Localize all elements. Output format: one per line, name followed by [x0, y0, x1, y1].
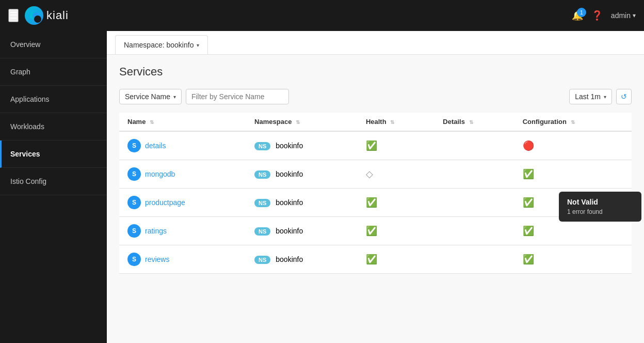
refresh-button[interactable]: ↺ [616, 89, 632, 104]
service-link-productpage[interactable]: productpage [145, 198, 185, 207]
namespace-value: bookinfo [276, 170, 303, 178]
health-ok-icon: ✅ [366, 197, 377, 208]
toolbar: Service Name ▾ Last 1m ▾ ↺ [119, 89, 632, 104]
col-configuration[interactable]: Configuration ⇅ [514, 113, 632, 131]
table-header-row: Name ⇅ Namespace ⇅ Health ⇅ Details ⇅ Co… [119, 113, 632, 131]
sort-icon-configuration: ⇅ [571, 119, 575, 125]
service-type-badge: S [127, 253, 141, 266]
namespace-chevron: ▾ [197, 42, 199, 48]
sidebar-item-graph[interactable]: Graph [0, 58, 107, 86]
namespace-type-badge: NS [254, 142, 270, 150]
config-ok-icon: ✅ [523, 169, 534, 179]
health-ok-icon: ✅ [366, 226, 377, 236]
user-menu-chevron: ▾ [633, 12, 636, 19]
logo-icon [25, 6, 43, 25]
details-tooltip: Not Valid 1 error found [559, 192, 641, 222]
sidebar-item-applications[interactable]: Applications [0, 86, 107, 113]
logo: kiali [25, 6, 69, 25]
namespace-value: bookinfo [276, 198, 303, 207]
table-row: S details NS bookinfo ✅ 🔴 [119, 131, 632, 160]
time-range-label: Last 1m [575, 92, 601, 101]
namespace-tab[interactable]: Namespace: bookinfo ▾ [115, 35, 208, 54]
service-link-details[interactable]: details [145, 142, 166, 150]
health-ok-icon: ✅ [366, 141, 377, 151]
logo-text: kiali [46, 9, 69, 22]
namespace-value: bookinfo [276, 255, 303, 263]
time-range-dropdown[interactable]: Last 1m ▾ [569, 89, 612, 104]
health-ok-icon: ✅ [366, 254, 377, 264]
filter-type-label: Service Name [125, 92, 170, 101]
sort-icon-name: ⇅ [150, 119, 154, 125]
col-namespace[interactable]: Namespace ⇅ [246, 113, 358, 131]
service-type-badge: S [127, 196, 141, 209]
table-row: S mongodb NS bookinfo ◇ ✅ [119, 160, 632, 189]
col-details[interactable]: Details ⇅ [434, 113, 514, 131]
service-type-badge: S [127, 167, 141, 181]
tooltip-title: Not Valid [567, 198, 633, 206]
page-title: Services [119, 65, 632, 79]
service-type-badge: S [127, 224, 141, 238]
service-link-ratings[interactable]: ratings [145, 227, 167, 235]
sidebar-item-workloads[interactable]: Workloads [0, 113, 107, 141]
sidebar-item-istio-config[interactable]: Istio Config [0, 168, 107, 195]
config-ok-icon: ✅ [523, 197, 534, 208]
health-unknown-icon: ◇ [366, 169, 373, 179]
sidebar: Overview Graph Applications Workloads Se… [0, 31, 107, 343]
table-row: S ratings NS bookinfo ✅ ✅ [119, 217, 632, 245]
help-button[interactable]: ❓ [591, 10, 603, 21]
namespace-value: bookinfo [276, 227, 303, 235]
notification-badge: 1 [577, 8, 586, 17]
app-body: Overview Graph Applications Workloads Se… [0, 31, 644, 343]
col-health[interactable]: Health ⇅ [358, 113, 434, 131]
col-name[interactable]: Name ⇅ [119, 113, 246, 131]
config-ok-icon: ✅ [523, 254, 534, 264]
user-label: admin [611, 11, 631, 20]
sidebar-item-services[interactable]: Services [0, 141, 107, 168]
main-content: Namespace: bookinfo ▾ Services Service N… [107, 31, 644, 343]
user-menu[interactable]: admin ▾ [611, 11, 636, 20]
namespace-bar: Namespace: bookinfo ▾ [107, 31, 644, 55]
service-link-reviews[interactable]: reviews [145, 255, 169, 263]
svg-point-1 [33, 12, 39, 19]
config-ok-icon: ✅ [523, 226, 534, 236]
sort-icon-health: ⇅ [390, 119, 394, 125]
service-type-badge: S [127, 139, 141, 152]
refresh-icon: ↺ [621, 92, 627, 101]
config-error-icon: 🔴 [523, 141, 534, 151]
navbar: ☰ kiali 🔔 1 ❓ admin ▾ [0, 0, 644, 31]
hamburger-button[interactable]: ☰ [8, 9, 19, 22]
table-row: S reviews NS bookinfo ✅ ✅ [119, 245, 632, 274]
table-row: S productpage NS bookinfo ✅ ✅ [119, 189, 632, 217]
namespace-type-badge: NS [254, 170, 270, 179]
sort-icon-namespace: ⇅ [296, 119, 300, 125]
namespace-type-badge: NS [254, 256, 270, 264]
namespace-label: Namespace: bookinfo [124, 41, 194, 49]
namespace-value: bookinfo [276, 142, 303, 150]
time-range-chevron: ▾ [604, 94, 606, 100]
filter-input[interactable] [186, 89, 289, 104]
sort-icon-details: ⇅ [469, 119, 473, 125]
service-link-mongodb[interactable]: mongodb [145, 170, 175, 178]
tooltip-sub: 1 error found [567, 208, 633, 215]
filter-type-chevron: ▾ [173, 94, 176, 100]
sidebar-item-overview[interactable]: Overview [0, 31, 107, 58]
page-content: Services Service Name ▾ Last 1m ▾ ↺ [107, 55, 644, 343]
namespace-type-badge: NS [254, 227, 270, 236]
services-table: Name ⇅ Namespace ⇅ Health ⇅ Details ⇅ Co… [119, 113, 632, 274]
notification-button[interactable]: 🔔 1 [572, 10, 583, 21]
namespace-type-badge: NS [254, 199, 270, 207]
filter-type-dropdown[interactable]: Service Name ▾ [119, 89, 182, 104]
